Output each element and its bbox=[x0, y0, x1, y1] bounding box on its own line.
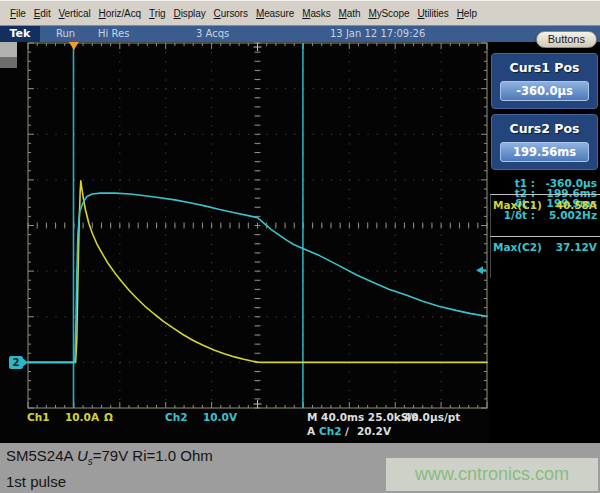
svg-text:2: 2 bbox=[13, 357, 20, 368]
trigger-level: 20.2V bbox=[357, 425, 391, 437]
cursor2-value[interactable]: 199.56ms bbox=[500, 142, 589, 162]
max-c2-label: Max(C2) bbox=[493, 241, 542, 278]
datetime: 13 Jan 12 17:09:26 bbox=[330, 26, 425, 42]
max-c1-value: 40.58A bbox=[556, 199, 597, 236]
trigger-slope-icon: ∕ bbox=[345, 425, 349, 437]
menu-display[interactable]: Display bbox=[170, 5, 210, 22]
max-c1-label: Max(C1) bbox=[493, 199, 542, 236]
cursor2-position-control[interactable]: Curs2 Pos 199.56ms bbox=[491, 114, 598, 170]
menu-myscope[interactable]: MyScope bbox=[364, 5, 413, 22]
ch1-label[interactable]: Ch1 bbox=[27, 411, 50, 423]
measurement-max-c2: Max(C2) 37.12V bbox=[490, 236, 600, 278]
oscilloscope-app: File Edit Vertical Horiz/Acq Trig Displa… bbox=[0, 0, 600, 493]
waveform-display: 2 bbox=[0, 42, 488, 412]
menu-masks[interactable]: Masks bbox=[298, 5, 334, 22]
menu-cursors[interactable]: Cursors bbox=[210, 5, 252, 22]
trigger-source: Ch2 bbox=[319, 425, 342, 437]
timebase-readout: M 40.0ms 25.0kS/s bbox=[307, 411, 418, 423]
buttons-button[interactable]: Buttons bbox=[536, 31, 597, 48]
menu-utilities[interactable]: Utilities bbox=[413, 5, 452, 22]
menu-horiz-acq[interactable]: Horiz/Acq bbox=[95, 5, 145, 22]
control-panel: Curs1 Pos -360.0µs Curs2 Pos 199.56ms t1… bbox=[489, 42, 600, 443]
caption-conditions: =79V Ri=1.0 Ohm bbox=[93, 447, 213, 464]
scope-screen: 2 Ch1 10.0A Ω Ch2 10.0V M 40.0ms 25.0kS/… bbox=[0, 42, 600, 443]
device-name: SM5S24A bbox=[6, 447, 73, 464]
tek-logo: Tek bbox=[0, 26, 40, 42]
cursor1-value[interactable]: -360.0µs bbox=[500, 81, 589, 101]
menu-edit[interactable]: Edit bbox=[30, 5, 55, 22]
menu-file[interactable]: File bbox=[6, 5, 30, 22]
ch2-label[interactable]: Ch2 bbox=[165, 411, 188, 423]
caption-variable: Us bbox=[77, 447, 93, 464]
max-c2-value: 37.12V bbox=[556, 241, 597, 278]
resolution-readout: 40.0µs/pt bbox=[404, 411, 460, 423]
menu-trig[interactable]: Trig bbox=[145, 5, 169, 22]
trigger-type: A bbox=[307, 425, 315, 437]
menu-measure[interactable]: Measure bbox=[252, 5, 298, 22]
acquisition-mode: Hi Res bbox=[98, 26, 129, 42]
cursor1-position-control[interactable]: Curs1 Pos -360.0µs bbox=[491, 53, 598, 109]
caption-bar: SM5S24A Us=79V Ri=1.0 Ohm 1st pulse www.… bbox=[0, 443, 600, 493]
status-bar: Tek Run Hi Res 3 Acqs 13 Jan 12 17:09:26 bbox=[0, 26, 600, 42]
ch1-coupling: Ω bbox=[104, 411, 113, 423]
cursor1-title: Curs1 Pos bbox=[495, 60, 594, 75]
ch2-scale[interactable]: 10.0V bbox=[203, 411, 237, 423]
acquisition-count: 3 Acqs bbox=[196, 26, 229, 42]
watermark: www.cntronics.com bbox=[386, 458, 598, 491]
menu-bar: File Edit Vertical Horiz/Acq Trig Displa… bbox=[0, 0, 600, 26]
measurement-max-c1: Max(C1) 40.58A bbox=[490, 194, 600, 236]
ch1-scale[interactable]: 10.0A bbox=[65, 411, 99, 423]
menu-math[interactable]: Math bbox=[335, 5, 365, 22]
menu-vertical[interactable]: Vertical bbox=[55, 5, 95, 22]
cursor2-title: Curs2 Pos bbox=[495, 121, 594, 136]
menu-help[interactable]: Help bbox=[453, 5, 481, 22]
run-status: Run bbox=[56, 26, 75, 42]
